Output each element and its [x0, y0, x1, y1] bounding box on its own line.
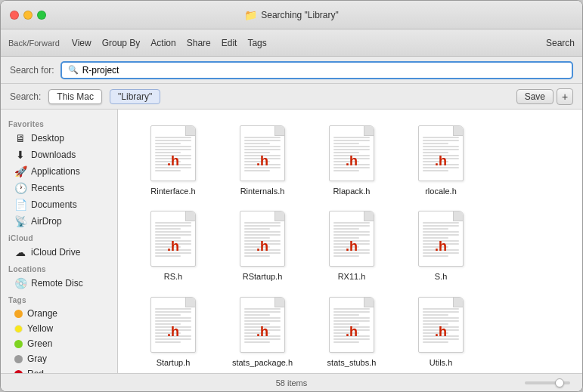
- file-name: S.h: [435, 271, 448, 282]
- tags-section-label: Tags: [1, 292, 117, 306]
- file-icon: .h: [235, 295, 290, 355]
- gray-tag-dot: [14, 355, 23, 363]
- library-filter[interactable]: "Library": [110, 89, 160, 104]
- remote-disc-icon: 💿: [14, 277, 26, 289]
- save-button[interactable]: Save: [516, 89, 554, 104]
- sidebar-item-label: Yellow: [27, 323, 53, 334]
- slider-thumb[interactable]: [555, 378, 564, 387]
- sidebar-item-desktop[interactable]: 🖥 Desktop: [4, 130, 114, 147]
- doc-shape: .h: [329, 297, 374, 353]
- search-bar: Search for: 🔍: [1, 57, 582, 84]
- sidebar-item-label: AirDrop: [31, 216, 62, 227]
- green-tag-dot: [14, 340, 23, 348]
- sidebar-item-red[interactable]: Red: [4, 366, 114, 373]
- title-text: Searching "Library": [261, 10, 339, 20]
- file-item[interactable]: .h RStartup.h: [218, 202, 307, 288]
- file-icon: .h: [146, 208, 200, 269]
- sidebar-item-airdrop[interactable]: 📡 AirDrop: [4, 213, 114, 230]
- sidebar-item-downloads[interactable]: ⬇ Downloads: [4, 147, 114, 163]
- doc-shape: .h: [150, 125, 196, 181]
- file-name: stats_package.h: [232, 357, 293, 368]
- file-grid: .h Rinterface.h .h Rinternals.h .h Rlapa…: [118, 110, 582, 373]
- file-name: Utils.h: [429, 357, 453, 368]
- share-menu[interactable]: Share: [187, 38, 211, 48]
- file-item[interactable]: .h stats_stubs.h: [307, 289, 396, 373]
- doc-shape: .h: [329, 125, 374, 181]
- file-item[interactable]: .h Rlapack.h: [307, 117, 396, 202]
- sidebar-item-applications[interactable]: 🚀 Applications: [4, 163, 114, 180]
- file-item[interactable]: .h stats_package.h: [218, 289, 307, 373]
- sidebar-item-label: Green: [27, 338, 52, 349]
- file-item[interactable]: .h Rinterface.h: [129, 117, 218, 202]
- file-name: Startup.h: [157, 357, 191, 368]
- finder-window: 📁 Searching "Library" Back/Forward View …: [0, 0, 583, 392]
- search-toolbar-button[interactable]: Search: [546, 38, 575, 48]
- file-extension: .h: [435, 324, 447, 340]
- file-item[interactable]: .h RS.h: [129, 202, 218, 288]
- file-extension: .h: [256, 239, 268, 255]
- file-icon: .h: [324, 123, 379, 184]
- magnifier-icon: 🔍: [68, 65, 79, 75]
- file-icon: .h: [324, 208, 379, 269]
- file-item[interactable]: .h RX11.h: [307, 202, 396, 288]
- file-item[interactable]: .h Startup.h: [129, 289, 218, 373]
- sidebar-item-documents[interactable]: 📄 Documents: [4, 196, 114, 213]
- group-by-menu[interactable]: Group By: [102, 38, 141, 48]
- minimize-button[interactable]: [23, 11, 33, 20]
- view-menu[interactable]: View: [72, 38, 91, 48]
- sidebar-item-icloud[interactable]: ☁ iCloud Drive: [4, 244, 114, 261]
- add-filter-button[interactable]: +: [557, 88, 573, 105]
- file-icon: .h: [414, 208, 468, 269]
- file-icon: .h: [414, 123, 468, 184]
- favorites-section-label: Favorites: [1, 116, 117, 130]
- zoom-slider[interactable]: [525, 381, 570, 384]
- sidebar-item-label: Remote Disc: [31, 278, 83, 289]
- file-item[interactable]: .h rlocale.h: [396, 117, 485, 202]
- file-icon: .h: [235, 208, 290, 269]
- desktop-icon: 🖥: [14, 132, 26, 144]
- file-name: RStartup.h: [243, 271, 283, 282]
- sidebar-item-label: Downloads: [31, 150, 76, 160]
- this-mac-filter[interactable]: This Mac: [48, 89, 102, 104]
- back-forward-buttons[interactable]: Back/Forward: [8, 39, 60, 48]
- doc-shape: .h: [240, 125, 285, 181]
- file-extension: .h: [167, 324, 179, 340]
- sidebar-item-gray[interactable]: Gray: [4, 351, 114, 366]
- file-item[interactable]: .h Rinternals.h: [218, 117, 307, 202]
- search-input[interactable]: [82, 65, 566, 76]
- airdrop-icon: 📡: [14, 215, 26, 227]
- file-name: Rinterface.h: [150, 186, 195, 196]
- close-button[interactable]: [10, 11, 19, 20]
- icloud-icon: ☁: [14, 246, 26, 258]
- sidebar: Favorites 🖥 Desktop ⬇ Downloads 🚀 Applic…: [1, 110, 118, 373]
- yellow-tag-dot: [14, 325, 23, 333]
- sidebar-item-recents[interactable]: 🕐 Recents: [4, 180, 114, 196]
- tags-menu[interactable]: Tags: [247, 38, 266, 48]
- downloads-icon: ⬇: [14, 149, 26, 161]
- file-name: RS.h: [164, 271, 182, 282]
- search-label: Search:: [10, 91, 41, 102]
- doc-shape: .h: [150, 211, 196, 267]
- doc-shape: .h: [418, 297, 464, 353]
- locations-section-label: Locations: [1, 261, 117, 275]
- toolbar-menus: View Group By Action Share Edit Tags: [72, 38, 534, 48]
- file-extension: .h: [346, 153, 358, 169]
- sidebar-item-green[interactable]: Green: [4, 336, 114, 351]
- doc-shape: .h: [150, 297, 196, 353]
- titlebar: 📁 Searching "Library": [1, 1, 582, 29]
- maximize-button[interactable]: [37, 11, 46, 20]
- action-menu[interactable]: Action: [150, 38, 175, 48]
- file-name: Rlapack.h: [333, 186, 371, 196]
- file-item[interactable]: .h S.h: [396, 202, 485, 288]
- file-item[interactable]: .h Utils.h: [396, 289, 485, 373]
- file-extension: .h: [167, 153, 179, 169]
- filter-bar: Search: This Mac "Library" Save +: [1, 84, 582, 110]
- sidebar-item-yellow[interactable]: Yellow: [4, 321, 114, 336]
- sidebar-item-remote-disc[interactable]: 💿 Remote Disc: [4, 275, 114, 292]
- edit-menu[interactable]: Edit: [222, 38, 237, 48]
- documents-icon: 📄: [14, 199, 26, 211]
- sidebar-item-label: Documents: [31, 199, 77, 210]
- sidebar-item-orange[interactable]: Orange: [4, 306, 114, 321]
- file-icon: .h: [414, 295, 468, 355]
- slider-track: [525, 381, 570, 384]
